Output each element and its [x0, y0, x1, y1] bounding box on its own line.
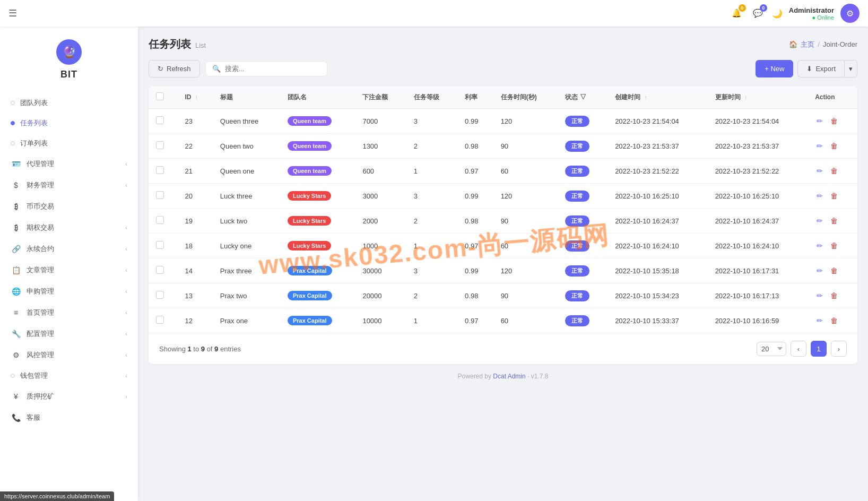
sidebar-item-futures-trade[interactable]: ₿ 期权交易 ‹ [0, 217, 138, 238]
sidebar-item-finance-mgmt[interactable]: $ 财务管理 ‹ [0, 175, 138, 196]
row-rate: 0.98 [457, 134, 493, 159]
breadcrumb-home-link[interactable]: 主页 [801, 40, 814, 49]
col-status: 状态 ▽ [558, 86, 607, 109]
row-rate: 0.99 [457, 184, 493, 209]
search-icon: 🔍 [212, 65, 221, 73]
export-button[interactable]: ⬇ Export [797, 60, 844, 77]
page-header: 任务列表 List 🏠 主页 / Joint-Order [149, 37, 857, 51]
nav-active-circle-icon [11, 121, 15, 125]
row-rate: 0.97 [457, 308, 493, 333]
row-updated: 2022-10-10 16:17:13 [708, 283, 808, 308]
col-checkbox [149, 86, 178, 109]
delete-button[interactable]: 🗑 [829, 140, 839, 152]
sidebar-item-ipo-mgmt[interactable]: 🌐 申购管理 ‹ [0, 281, 138, 302]
row-created: 2022-10-10 15:35:18 [607, 258, 708, 283]
sidebar-item-crypto-trade[interactable]: ₿ 币币交易 [0, 196, 138, 217]
row-status: 正常 [558, 258, 607, 283]
sidebar-item-risk-mgmt[interactable]: ⚙ 风控管理 ‹ [0, 344, 138, 366]
hamburger-icon[interactable]: ☰ [8, 7, 17, 19]
row-status: 正常 [558, 283, 607, 308]
row-team: Queen team [280, 159, 355, 184]
avatar[interactable]: ⚙ [840, 4, 860, 23]
sidebar-item-agent-mgmt[interactable]: 🪪 代理管理 ‹ [0, 153, 138, 175]
sidebar-item-wallet-mgmt[interactable]: 钱包管理 ‹ [0, 366, 138, 386]
row-actions: ✏ 🗑 [808, 209, 857, 234]
row-time: 120 [493, 258, 558, 283]
notification-bell[interactable]: 🔔 0 [730, 6, 744, 21]
col-action: Action [808, 86, 857, 109]
page-size-select[interactable]: 20 50 100 [757, 342, 786, 356]
row-id: 13 [178, 283, 213, 308]
row-checkbox[interactable] [156, 316, 164, 324]
search-box[interactable]: 🔍 [205, 61, 327, 76]
prev-page-button[interactable]: ‹ [791, 341, 806, 357]
edit-button[interactable]: ✏ [815, 190, 824, 202]
nav-circle-icon [11, 141, 15, 145]
message-badge[interactable]: 💬 0 [751, 6, 766, 21]
sidebar-item-homepage-mgmt[interactable]: ≡ 首页管理 ‹ [0, 302, 138, 323]
sidebar-item-team-list[interactable]: 团队列表 [0, 93, 138, 113]
sidebar-item-label: 期权交易 [27, 223, 54, 232]
search-input[interactable] [225, 65, 320, 73]
sidebar-item-config-mgmt[interactable]: 🔧 配置管理 ‹ [0, 323, 138, 344]
sidebar-item-order-list[interactable]: 订单列表 [0, 133, 138, 153]
footer-dcat-link[interactable]: Dcat Admin [493, 373, 525, 380]
sidebar-item-pledge-mining[interactable]: ¥ 质押挖矿 ‹ [0, 386, 138, 407]
refresh-button[interactable]: ↻ Refresh [149, 60, 200, 77]
row-id: 20 [178, 184, 213, 209]
select-all-checkbox[interactable] [156, 92, 164, 100]
row-checkbox[interactable] [156, 216, 164, 224]
nav-circle-icon [11, 101, 15, 105]
row-checkbox[interactable] [156, 241, 164, 249]
row-checkbox-cell [149, 134, 178, 159]
theme-toggle-icon[interactable]: 🌙 [772, 8, 783, 19]
delete-button[interactable]: 🗑 [829, 265, 839, 277]
row-actions: ✏ 🗑 [808, 234, 857, 258]
row-checkbox[interactable] [156, 291, 164, 299]
page-1-button[interactable]: 1 [811, 341, 827, 357]
sidebar-item-label: 首页管理 [27, 308, 54, 317]
edit-button[interactable]: ✏ [815, 140, 824, 152]
edit-button[interactable]: ✏ [815, 240, 824, 252]
edit-button[interactable]: ✏ [815, 215, 824, 227]
delete-button[interactable]: 🗑 [829, 315, 839, 326]
export-caret-button[interactable]: ▾ [844, 60, 857, 77]
delete-button[interactable]: 🗑 [829, 190, 839, 202]
row-checkbox-cell [149, 234, 178, 258]
new-button[interactable]: + New [756, 60, 793, 77]
row-checkbox[interactable] [156, 141, 164, 149]
row-title: Prax two [213, 283, 280, 308]
sidebar-item-task-list[interactable]: 任务列表 [0, 113, 138, 133]
next-page-button[interactable]: › [831, 341, 847, 357]
row-title: Queen one [213, 159, 280, 184]
delete-button[interactable]: 🗑 [829, 165, 839, 177]
row-checkbox[interactable] [156, 266, 164, 274]
row-checkbox[interactable] [156, 191, 164, 199]
edit-button[interactable]: ✏ [815, 165, 824, 177]
edit-button[interactable]: ✏ [815, 290, 824, 301]
table-row: 22 Queen two Queen team 1300 2 0.98 90 正… [149, 134, 857, 159]
delete-button[interactable]: 🗑 [829, 240, 839, 252]
filter-icon[interactable]: ▽ [580, 93, 586, 101]
edit-button[interactable]: ✏ [815, 315, 824, 326]
row-team: Prax Capital [280, 258, 355, 283]
delete-button[interactable]: 🗑 [829, 290, 839, 301]
edit-button[interactable]: ✏ [815, 265, 824, 277]
toolbar-left: ↻ Refresh 🔍 [149, 60, 327, 77]
col-title: 标题 [213, 86, 280, 109]
row-actions: ✏ 🗑 [808, 258, 857, 283]
sidebar-item-perpetual[interactable]: 🔗 永续合约 ‹ [0, 238, 138, 260]
sidebar-item-label: 永续合约 [27, 244, 54, 254]
edit-button[interactable]: ✏ [815, 115, 824, 127]
delete-button[interactable]: 🗑 [829, 115, 839, 127]
row-time: 90 [493, 134, 558, 159]
delete-button[interactable]: 🗑 [829, 215, 839, 227]
layout: 🔮 BIT 团队列表 任务列表 订单列表 🪪 代理管理 ‹ $ [0, 0, 868, 501]
breadcrumb-current: Joint-Order [823, 40, 857, 48]
notification-count: 0 [739, 4, 746, 12]
sidebar-item-article-mgmt[interactable]: 📋 文章管理 ‹ [0, 260, 138, 281]
row-checkbox[interactable] [156, 116, 164, 124]
row-checkbox[interactable] [156, 166, 164, 174]
export-group: ⬇ Export ▾ [797, 60, 857, 77]
sidebar-item-customer-service[interactable]: 📞 客服 [0, 407, 138, 428]
